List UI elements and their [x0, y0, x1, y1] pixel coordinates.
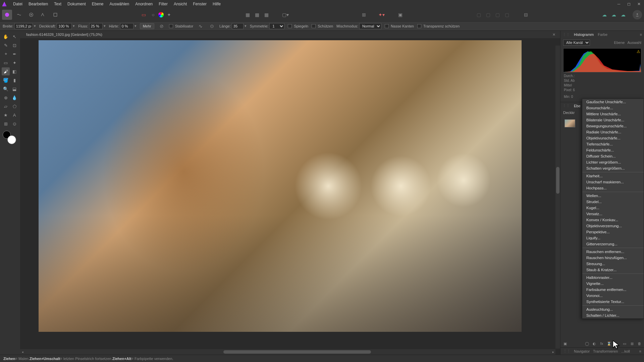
- transformieren-tab[interactable]: Transformieren: [593, 349, 618, 353]
- marquee-tool[interactable]: ▭: [2, 59, 10, 67]
- horizontal-scroll-thumb[interactable]: [223, 350, 371, 354]
- mehr-button[interactable]: Mehr: [140, 23, 154, 29]
- menu-text[interactable]: Text: [51, 0, 64, 8]
- photo-persona-button[interactable]: [2, 10, 12, 20]
- filter-motion-blur[interactable]: Bewegungsunschärfe...: [582, 123, 644, 129]
- arrange-icon[interactable]: ⊞: [360, 11, 368, 19]
- add-layer-icon[interactable]: ⊞: [629, 341, 635, 346]
- menu-ansicht[interactable]: Ansicht: [171, 0, 190, 8]
- transparenz-checkbox[interactable]: [417, 24, 421, 28]
- maximize-button[interactable]: ◻: [624, 0, 634, 8]
- filter-highpass[interactable]: Hochpass...: [582, 185, 644, 191]
- filter-median-blur[interactable]: Mittlere Unschärfe...: [582, 111, 644, 117]
- filter-halftone[interactable]: Halbtonraster...: [582, 275, 644, 281]
- filter-liquify[interactable]: Liquify...: [582, 235, 644, 241]
- histogram-tab[interactable]: Histogramm: [574, 33, 594, 37]
- develop-persona-button[interactable]: [26, 10, 36, 20]
- more-shapes-tool[interactable]: ⬠: [10, 102, 18, 110]
- document-tab[interactable]: fashion-6146328_1920.jpg [Geändert] (75,…: [23, 33, 106, 37]
- horizontal-scrollbar[interactable]: ◂ ▸: [20, 349, 555, 355]
- paint-brush-tool[interactable]: 🖌: [2, 67, 10, 75]
- vertical-scroll-thumb[interactable]: [556, 167, 559, 194]
- navigator-tab[interactable]: Navigator: [574, 349, 590, 353]
- deckkraft-input[interactable]: [57, 23, 72, 29]
- align-left-icon[interactable]: ▦: [244, 11, 252, 19]
- filter-shadows-highlights[interactable]: Schatten / Lichter...: [582, 312, 644, 318]
- studio-link-icon[interactable]: ⊟: [522, 11, 530, 19]
- align-right-icon[interactable]: ▦: [263, 11, 271, 19]
- brush-preview-icon[interactable]: ⊘: [158, 22, 166, 30]
- filter-pinch-punch[interactable]: Konvex / Konkav...: [582, 217, 644, 223]
- ebenen-tab[interactable]: Ebe: [574, 104, 581, 108]
- fx-icon[interactable]: fx: [599, 341, 604, 346]
- erase-tool[interactable]: ◧: [10, 67, 18, 75]
- filter-ripple[interactable]: Wellen...: [582, 193, 644, 199]
- spiegeln-checkbox[interactable]: [288, 24, 292, 28]
- delete-layer-icon[interactable]: 🗑: [637, 341, 642, 346]
- filter-mesh-warp[interactable]: Gitterverzerrung...: [582, 241, 644, 247]
- hand-tool[interactable]: ✋: [2, 33, 10, 41]
- pen-tool[interactable]: ✒: [10, 50, 18, 58]
- nasse-kanten-checkbox[interactable]: [385, 24, 389, 28]
- filter-clarity[interactable]: Klarheit...: [582, 173, 644, 179]
- selection-rectangle-icon[interactable]: ▭: [140, 11, 148, 19]
- move-tool[interactable]: ↖: [10, 33, 18, 41]
- star-tool[interactable]: ★: [2, 111, 10, 119]
- rope-icon[interactable]: ∿: [197, 22, 205, 30]
- filter-spherical[interactable]: Kugel...: [582, 205, 644, 211]
- menu-bearbeiten[interactable]: Bearbeiten: [25, 0, 51, 8]
- symmetrie-select[interactable]: 1: [269, 23, 284, 29]
- group-icon[interactable]: ▭: [622, 341, 627, 346]
- color-swatches[interactable]: [3, 131, 16, 144]
- filter-perspective[interactable]: Perspektive...: [582, 229, 644, 235]
- fluss-input[interactable]: [89, 23, 103, 29]
- laenge-input[interactable]: [232, 23, 244, 29]
- autolevels-icon[interactable]: ✦: [165, 11, 173, 19]
- filter-lens-distortion[interactable]: Objektivverzerrung...: [582, 223, 644, 229]
- farbe-tab[interactable]: Farbe: [598, 33, 607, 37]
- filter-diffuse[interactable]: Streuung...: [582, 261, 644, 267]
- smudge-tool[interactable]: 💧: [10, 94, 18, 102]
- filter-box-blur[interactable]: Boxunschärfe...: [582, 105, 644, 111]
- shapes-tool[interactable]: ▱: [2, 102, 10, 110]
- clone-tool[interactable]: ⊕: [2, 94, 10, 102]
- crop-tool[interactable]: ⊡: [10, 41, 18, 49]
- scroll-left-arrow[interactable]: ◂: [20, 350, 25, 354]
- filter-diffuse-glow[interactable]: Diffuser Schein...: [582, 153, 644, 159]
- mask-icon[interactable]: ◯: [584, 341, 590, 346]
- filter-unsharp-mask[interactable]: Unscharf maskieren...: [582, 179, 644, 185]
- menu-hilfe[interactable]: Hilfe: [210, 0, 224, 8]
- cloud-icon-2[interactable]: ☁: [610, 11, 618, 19]
- filter-gaussian-blur[interactable]: Gaußsche Unschärfe...: [582, 99, 644, 105]
- filter-denoise[interactable]: Rauschen entfernen...: [582, 249, 644, 255]
- zoom-tool[interactable]: ⊙: [10, 120, 18, 128]
- ebene-option[interactable]: Ebene: [614, 41, 625, 45]
- snap-dropdown[interactable]: ▢▾: [281, 11, 289, 19]
- filter-depth-of-field[interactable]: Tiefenschärfe...: [582, 141, 644, 147]
- filter-bilateral-blur[interactable]: Bilaterale Unschärfe...: [582, 117, 644, 123]
- mischmodus-select[interactable]: Normal: [359, 23, 381, 29]
- filter-add-noise[interactable]: Rauschen hinzufügen...: [582, 255, 644, 261]
- scroll-right-arrow[interactable]: ▸: [551, 350, 555, 354]
- filter-lens-blur[interactable]: Objektivunschärfe...: [582, 135, 644, 141]
- close-button[interactable]: ✕: [634, 0, 644, 8]
- tone-mapping-persona-button[interactable]: [38, 10, 48, 20]
- minimize-button[interactable]: ─: [614, 0, 624, 8]
- export-persona-button[interactable]: [50, 10, 60, 20]
- live-filter-button[interactable]: ⌛: [606, 341, 612, 346]
- document-close-button[interactable]: ✕: [550, 33, 557, 37]
- filter-twirl[interactable]: Strudel...: [582, 199, 644, 205]
- filter-maximum[interactable]: Lichter vergrößern...: [582, 159, 644, 165]
- fill-tool[interactable]: 🪣: [2, 76, 10, 84]
- adjustment-icon[interactable]: ◐: [592, 341, 597, 346]
- haerte-input[interactable]: [120, 23, 133, 29]
- align-center-icon[interactable]: ▦: [253, 11, 261, 19]
- layer-thumbnail[interactable]: [565, 119, 575, 127]
- menu-auswaehlen[interactable]: Auswählen: [106, 0, 132, 8]
- dodge-tool[interactable]: 🔍: [2, 85, 10, 93]
- menu-filter[interactable]: Filter: [156, 0, 171, 8]
- selection-circle-icon[interactable]: ○: [149, 11, 157, 19]
- cloud-icon-3[interactable]: ☁: [619, 11, 627, 19]
- menu-dokument[interactable]: Dokument: [64, 0, 89, 8]
- menu-fenster[interactable]: Fenster: [190, 0, 210, 8]
